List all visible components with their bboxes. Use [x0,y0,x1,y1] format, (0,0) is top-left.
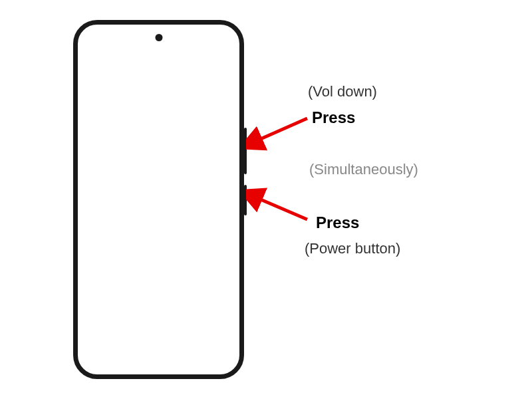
press-label-1: Press [312,108,355,127]
svg-line-1 [256,118,307,141]
svg-line-3 [256,198,307,219]
arrow-to-power-button-icon [246,188,313,227]
power-button-label: (Power button) [305,240,400,257]
press-label-2: Press [316,213,359,232]
arrow-to-volume-down-icon [246,113,313,153]
volume-down-label: (Vol down) [308,83,377,100]
front-camera-icon [155,34,162,41]
simultaneously-label: (Simultaneously) [309,161,418,178]
smartphone-illustration [73,20,244,379]
phone-body [73,20,244,379]
